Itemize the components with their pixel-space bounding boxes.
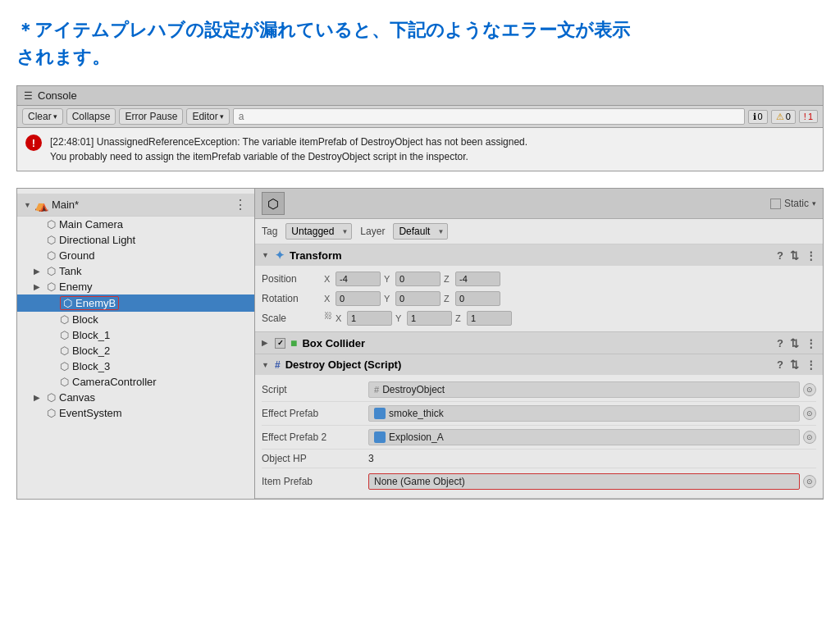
rotation-x-item: X [324,291,381,306]
camera-controller-icon: ⬡ [60,376,69,388]
script-icon: # [275,359,281,371]
effect-prefab-field-row: Effect Prefab smoke_thick ⊙ [262,402,816,426]
rotation-x-input[interactable] [336,291,381,306]
destroy-object-header[interactable]: ▼ # Destroy Object (Script) ? ⇅ ⋮ [255,354,823,375]
transform-header[interactable]: ▼ ✦ Transform ? ⇅ ⋮ [255,244,823,266]
enemyb-outline-box: ⬡ EnemyB [60,296,119,310]
item-prefab-value-box[interactable]: None (Game Object) [368,473,800,490]
effect-prefab-target-button[interactable]: ⊙ [803,407,816,420]
position-y-input[interactable] [395,272,441,286]
effect-prefab-value: smoke_thick ⊙ [368,405,816,422]
static-checkbox[interactable] [770,199,781,209]
hierarchy-item-tank[interactable]: ▶ ⬡ Tank [17,263,254,279]
transform-help-icon[interactable]: ? [777,249,783,262]
effect-prefab2-target-button[interactable]: ⊙ [803,431,816,444]
event-system-icon: ⬡ [47,407,56,419]
script-target-button[interactable]: ⊙ [803,383,816,396]
scale-z-input[interactable] [467,311,512,326]
item-prefab-target-button[interactable]: ⊙ [803,475,816,488]
layer-select[interactable]: Default [393,223,448,240]
effect-prefab2-field-row: Effect Prefab 2 Explosion_A ⊙ [262,426,816,450]
box-collider-settings-icon[interactable]: ⇅ [790,337,799,349]
destroy-object-settings-icon[interactable]: ⇅ [790,358,799,371]
hierarchy-item-main-camera[interactable]: ⬡ Main Camera [17,217,254,232]
block-icon: ⬡ [60,313,69,326]
scale-y-input[interactable] [407,311,452,326]
hierarchy-menu-button[interactable]: ⋮ [234,197,248,212]
rotation-y-item: Y [384,291,441,306]
enemy-icon: ⬡ [47,281,56,293]
position-x-input[interactable] [336,272,381,286]
info-count: 0 [758,112,763,121]
script-value-box[interactable]: # DestroyObject [368,381,800,398]
warn-badge: ⚠ 0 [771,110,796,124]
position-x-item: X [324,272,381,286]
console-message: ! [22:48:01] UnassignedReferenceExceptio… [17,128,823,171]
destroy-object-menu-icon[interactable]: ⋮ [806,358,816,371]
static-label: Static ▾ [770,198,816,209]
destroy-object-help-icon[interactable]: ? [777,358,783,371]
hierarchy-item-directional-light[interactable]: ⬡ Directional Light [17,232,254,248]
console-toolbar: Clear ▾ Collapse Error Pause Editor ▾ ℹ … [17,106,823,128]
box-collider-help-icon[interactable]: ? [777,337,783,349]
position-label: Position [262,273,319,285]
hierarchy-item-block3[interactable]: ⬡ Block_3 [17,358,254,374]
hierarchy-item-block1[interactable]: ⬡ Block_1 [17,327,254,343]
clear-button[interactable]: Clear ▾ [22,108,63,125]
tag-select[interactable]: Untagged [285,223,352,240]
warn-icon: ⚠ [776,112,784,122]
rotation-y-input[interactable] [395,291,441,306]
layer-dropdown-wrapper[interactable]: Default [393,223,448,240]
effect-prefab2-value: Explosion_A ⊙ [368,429,816,445]
box-collider-header[interactable]: ▶ ✓ ■ Box Collider ? ⇅ ⋮ [255,332,823,354]
console-badges: ℹ 0 ⚠ 0 ! 1 [748,110,818,124]
transform-settings-icon[interactable]: ⇅ [790,249,799,262]
hierarchy-item-block2[interactable]: ⬡ Block_2 [17,343,254,358]
box-collider-checkbox[interactable]: ✓ [275,338,285,349]
hierarchy-item-enemyb[interactable]: ⬡ EnemyB [17,294,254,312]
error-pause-button[interactable]: Error Pause [119,108,183,125]
console-panel-icon: ☰ [24,90,33,102]
rotation-z-input[interactable] [455,291,500,306]
hierarchy-item-enemy[interactable]: ▶ ⬡ Enemy [17,279,254,294]
transform-label: Transform [290,249,772,262]
script-label: Script [262,384,368,395]
script-fields: Script # DestroyObject ⊙ Effect Prefab [255,375,823,498]
destroy-object-label: Destroy Object (Script) [285,358,772,371]
effect-prefab-value-box[interactable]: smoke_thick [368,405,800,422]
hierarchy-item-camera-controller[interactable]: ⬡ CameraController [17,374,254,390]
inspector-panel: ⬡ Static ▾ Tag Untagged Layer Default [255,189,823,499]
item-prefab-label: Item Prefab [262,476,368,487]
position-z-item: Z [444,272,500,286]
inspector-object-icon: ⬡ [262,192,285,215]
console-title: Console [38,89,77,102]
hierarchy-item-canvas[interactable]: ▶ ⬡ Canvas [17,390,254,405]
position-z-input[interactable] [455,272,500,286]
error-icon: ! [25,135,42,151]
rotation-row: Rotation X Y Z [262,289,816,308]
effect-prefab2-icon [374,431,386,443]
tank-icon: ⬡ [47,265,56,277]
hierarchy-item-event-system[interactable]: ⬡ EventSystem [17,405,254,421]
position-y-item: Y [384,272,441,286]
box-collider-section: ▶ ✓ ■ Box Collider ? ⇅ ⋮ [255,332,823,354]
scale-z-item: Z [455,311,512,326]
editor-button[interactable]: Editor ▾ [186,108,229,125]
box-collider-label: Box Collider [302,337,772,349]
collapse-button[interactable]: Collapse [66,108,116,125]
scale-x-input[interactable] [347,311,392,326]
error-badge: ! 1 [799,110,818,123]
error-badge-icon: ! [804,112,806,121]
box-collider-menu-icon[interactable]: ⋮ [806,337,816,349]
tag-dropdown-wrapper[interactable]: Untagged [285,223,352,240]
transform-menu-icon[interactable]: ⋮ [806,249,816,262]
effect-prefab2-label: Effect Prefab 2 [262,431,368,443]
effect-prefab2-value-box[interactable]: Explosion_A [368,429,800,445]
console-titlebar: ☰ Console [17,86,823,106]
hierarchy-item-ground[interactable]: ⬡ Ground [17,248,254,263]
transform-header-icons: ? ⇅ ⋮ [777,249,816,262]
object-hp-number: 3 [368,453,374,464]
console-search-input[interactable] [233,108,745,125]
tag-layer-row: Tag Untagged Layer Default [255,219,823,244]
hierarchy-item-block[interactable]: ⬡ Block [17,312,254,327]
